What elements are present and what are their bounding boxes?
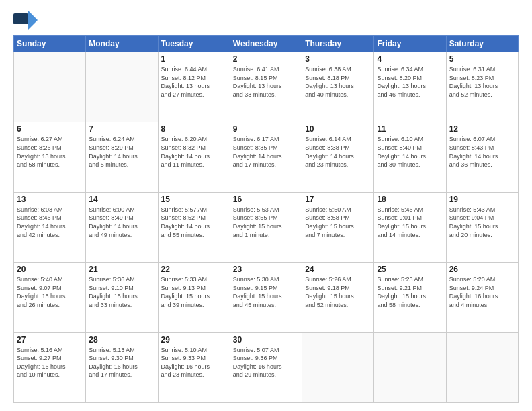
calendar-cell: 8Sunrise: 6:20 AM Sunset: 8:32 PM Daylig… — [158, 122, 230, 192]
day-info: Sunrise: 5:23 AM Sunset: 9:21 PM Dayligh… — [377, 275, 443, 309]
weekday-header-friday: Friday — [374, 36, 446, 52]
day-number: 2 — [233, 54, 299, 64]
day-info: Sunrise: 6:38 AM Sunset: 8:18 PM Dayligh… — [305, 65, 371, 99]
day-info: Sunrise: 6:31 AM Sunset: 8:23 PM Dayligh… — [449, 65, 515, 99]
day-info: Sunrise: 6:07 AM Sunset: 8:43 PM Dayligh… — [449, 135, 515, 169]
day-info: Sunrise: 5:50 AM Sunset: 8:58 PM Dayligh… — [305, 205, 371, 239]
day-info: Sunrise: 5:16 AM Sunset: 9:27 PM Dayligh… — [17, 346, 83, 379]
svg-rect-0 — [13, 13, 28, 24]
day-info: Sunrise: 5:33 AM Sunset: 9:13 PM Dayligh… — [161, 275, 227, 309]
day-number: 26 — [449, 265, 515, 274]
day-number: 28 — [89, 335, 154, 345]
day-info: Sunrise: 6:03 AM Sunset: 8:46 PM Dayligh… — [17, 205, 83, 239]
calendar-cell: 27Sunrise: 5:16 AM Sunset: 9:27 PM Dayli… — [14, 332, 86, 402]
day-info: Sunrise: 6:14 AM Sunset: 8:38 PM Dayligh… — [305, 135, 371, 169]
day-number: 8 — [161, 124, 227, 134]
day-number: 27 — [17, 335, 83, 345]
weekday-header-thursday: Thursday — [302, 36, 374, 52]
day-number: 20 — [17, 265, 83, 274]
logo-icon — [13, 11, 38, 30]
day-info: Sunrise: 5:26 AM Sunset: 9:18 PM Dayligh… — [305, 275, 371, 309]
header — [13, 11, 519, 30]
weekday-header-wednesday: Wednesday — [230, 36, 302, 52]
day-info: Sunrise: 6:20 AM Sunset: 8:32 PM Dayligh… — [161, 135, 227, 169]
day-info: Sunrise: 6:00 AM Sunset: 8:49 PM Dayligh… — [89, 205, 154, 239]
day-number: 15 — [161, 195, 227, 204]
week-row-4: 27Sunrise: 5:16 AM Sunset: 9:27 PM Dayli… — [14, 332, 519, 402]
calendar-cell — [302, 332, 374, 402]
day-number: 5 — [449, 54, 515, 64]
day-info: Sunrise: 5:07 AM Sunset: 9:36 PM Dayligh… — [233, 346, 299, 379]
logo — [13, 11, 40, 30]
day-info: Sunrise: 6:27 AM Sunset: 8:26 PM Dayligh… — [17, 135, 83, 169]
day-info: Sunrise: 6:34 AM Sunset: 8:20 PM Dayligh… — [377, 65, 443, 99]
day-info: Sunrise: 6:24 AM Sunset: 8:29 PM Dayligh… — [89, 135, 154, 169]
weekday-header-tuesday: Tuesday — [158, 36, 230, 52]
calendar-cell: 5Sunrise: 6:31 AM Sunset: 8:23 PM Daylig… — [446, 52, 518, 122]
calendar-table: SundayMondayTuesdayWednesdayThursdayFrid… — [13, 35, 519, 403]
calendar-cell: 6Sunrise: 6:27 AM Sunset: 8:26 PM Daylig… — [14, 122, 86, 192]
day-number: 7 — [89, 124, 154, 134]
day-number: 4 — [377, 54, 443, 64]
week-row-2: 13Sunrise: 6:03 AM Sunset: 8:46 PM Dayli… — [14, 192, 519, 262]
week-row-0: 1Sunrise: 6:44 AM Sunset: 8:12 PM Daylig… — [14, 52, 519, 122]
day-number: 19 — [449, 195, 515, 204]
calendar-cell: 18Sunrise: 5:46 AM Sunset: 9:01 PM Dayli… — [374, 192, 446, 262]
calendar-cell — [446, 332, 518, 402]
calendar-cell: 20Sunrise: 5:40 AM Sunset: 9:07 PM Dayli… — [14, 263, 86, 332]
day-info: Sunrise: 6:10 AM Sunset: 8:40 PM Dayligh… — [377, 135, 443, 169]
day-number: 25 — [377, 265, 443, 274]
calendar-cell: 15Sunrise: 5:57 AM Sunset: 8:52 PM Dayli… — [158, 192, 230, 262]
day-info: Sunrise: 5:53 AM Sunset: 8:55 PM Dayligh… — [233, 205, 299, 239]
day-info: Sunrise: 5:57 AM Sunset: 8:52 PM Dayligh… — [161, 205, 227, 239]
calendar-cell: 28Sunrise: 5:13 AM Sunset: 9:30 PM Dayli… — [86, 332, 158, 402]
calendar-cell: 14Sunrise: 6:00 AM Sunset: 8:49 PM Dayli… — [86, 192, 158, 262]
calendar-cell: 2Sunrise: 6:41 AM Sunset: 8:15 PM Daylig… — [230, 52, 302, 122]
page: SundayMondayTuesdayWednesdayThursdayFrid… — [0, 0, 532, 411]
calendar-cell: 4Sunrise: 6:34 AM Sunset: 8:20 PM Daylig… — [374, 52, 446, 122]
weekday-header-saturday: Saturday — [446, 36, 518, 52]
week-row-1: 6Sunrise: 6:27 AM Sunset: 8:26 PM Daylig… — [14, 122, 519, 192]
calendar-cell: 7Sunrise: 6:24 AM Sunset: 8:29 PM Daylig… — [86, 122, 158, 192]
calendar-cell — [14, 52, 86, 122]
day-info: Sunrise: 6:17 AM Sunset: 8:35 PM Dayligh… — [233, 135, 299, 169]
day-number: 1 — [161, 54, 227, 64]
day-number: 12 — [449, 124, 515, 134]
day-info: Sunrise: 5:40 AM Sunset: 9:07 PM Dayligh… — [17, 275, 83, 309]
day-number: 21 — [89, 265, 154, 274]
day-number: 22 — [161, 265, 227, 274]
day-info: Sunrise: 6:41 AM Sunset: 8:15 PM Dayligh… — [233, 65, 299, 99]
calendar-cell: 11Sunrise: 6:10 AM Sunset: 8:40 PM Dayli… — [374, 122, 446, 192]
svg-marker-1 — [28, 11, 38, 30]
day-info: Sunrise: 5:43 AM Sunset: 9:04 PM Dayligh… — [449, 205, 515, 239]
day-number: 6 — [17, 124, 83, 134]
day-info: Sunrise: 5:13 AM Sunset: 9:30 PM Dayligh… — [89, 346, 154, 379]
calendar-cell: 25Sunrise: 5:23 AM Sunset: 9:21 PM Dayli… — [374, 263, 446, 332]
day-number: 30 — [233, 335, 299, 345]
day-number: 10 — [305, 124, 371, 134]
day-number: 3 — [305, 54, 371, 64]
calendar-cell: 12Sunrise: 6:07 AM Sunset: 8:43 PM Dayli… — [446, 122, 518, 192]
day-number: 17 — [305, 195, 371, 204]
calendar-cell: 13Sunrise: 6:03 AM Sunset: 8:46 PM Dayli… — [14, 192, 86, 262]
day-info: Sunrise: 5:30 AM Sunset: 9:15 PM Dayligh… — [233, 275, 299, 309]
calendar-cell: 24Sunrise: 5:26 AM Sunset: 9:18 PM Dayli… — [302, 263, 374, 332]
day-number: 18 — [377, 195, 443, 204]
calendar-cell: 9Sunrise: 6:17 AM Sunset: 8:35 PM Daylig… — [230, 122, 302, 192]
weekday-header-sunday: Sunday — [14, 36, 86, 52]
calendar-cell: 10Sunrise: 6:14 AM Sunset: 8:38 PM Dayli… — [302, 122, 374, 192]
calendar-cell: 26Sunrise: 5:20 AM Sunset: 9:24 PM Dayli… — [446, 263, 518, 332]
day-number: 14 — [89, 195, 154, 204]
day-number: 29 — [161, 335, 227, 345]
day-info: Sunrise: 6:44 AM Sunset: 8:12 PM Dayligh… — [161, 65, 227, 99]
calendar-cell — [374, 332, 446, 402]
calendar-cell: 22Sunrise: 5:33 AM Sunset: 9:13 PM Dayli… — [158, 263, 230, 332]
calendar-cell: 3Sunrise: 6:38 AM Sunset: 8:18 PM Daylig… — [302, 52, 374, 122]
day-info: Sunrise: 5:20 AM Sunset: 9:24 PM Dayligh… — [449, 275, 515, 309]
calendar-cell: 19Sunrise: 5:43 AM Sunset: 9:04 PM Dayli… — [446, 192, 518, 262]
day-number: 11 — [377, 124, 443, 134]
day-number: 9 — [233, 124, 299, 134]
day-info: Sunrise: 5:10 AM Sunset: 9:33 PM Dayligh… — [161, 346, 227, 379]
day-number: 13 — [17, 195, 83, 204]
calendar-cell: 17Sunrise: 5:50 AM Sunset: 8:58 PM Dayli… — [302, 192, 374, 262]
